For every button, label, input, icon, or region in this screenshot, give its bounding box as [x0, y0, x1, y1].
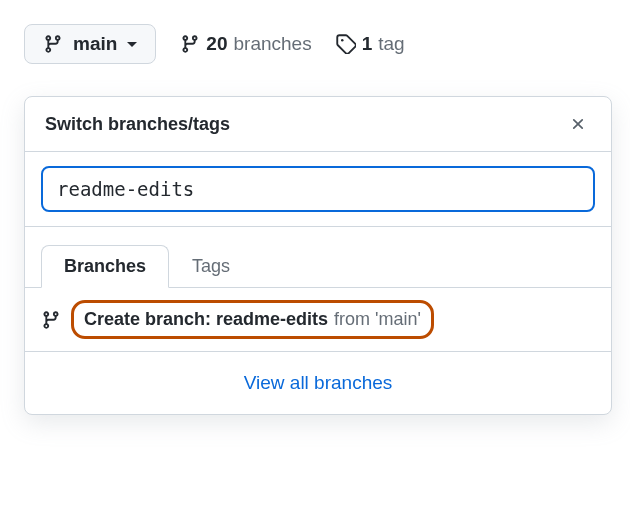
branch-selector-label: main — [73, 33, 117, 55]
create-from-label: from 'main' — [334, 309, 421, 330]
branch-selector-button[interactable]: main — [24, 24, 156, 64]
view-all-branches-link[interactable]: View all branches — [244, 372, 393, 393]
tags-label: tag — [378, 33, 404, 55]
create-branch-highlight: Create branch: readme-edits from 'main' — [71, 300, 434, 339]
create-prefix: Create branch: — [84, 309, 216, 329]
branches-count: 20 — [206, 33, 227, 55]
create-branch-name: readme-edits — [216, 309, 328, 329]
tag-icon — [336, 34, 356, 54]
tags-link[interactable]: 1 tag — [336, 33, 405, 55]
branch-icon — [41, 310, 61, 330]
svg-point-0 — [341, 39, 344, 42]
tab-branches[interactable]: Branches — [41, 245, 169, 288]
popover-title: Switch branches/tags — [45, 114, 230, 135]
branch-icon — [43, 34, 63, 54]
tab-tags[interactable]: Tags — [169, 245, 253, 288]
branch-icon — [180, 34, 200, 54]
branches-label: branches — [234, 33, 312, 55]
close-icon — [569, 115, 587, 133]
caret-down-icon — [127, 42, 137, 47]
tags-count: 1 — [362, 33, 373, 55]
close-button[interactable] — [565, 111, 591, 137]
branches-link[interactable]: 20 branches — [180, 33, 311, 55]
branch-search-input[interactable] — [41, 166, 595, 212]
branch-switcher-popover: Switch branches/tags Branches Tags Creat… — [24, 96, 612, 415]
create-branch-row[interactable]: Create branch: readme-edits from 'main' — [25, 288, 611, 352]
